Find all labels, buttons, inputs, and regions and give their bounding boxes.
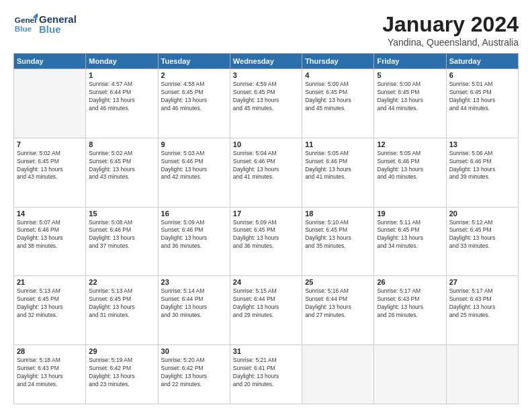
- day-info: Sunrise: 5:04 AMSunset: 6:46 PMDaylight:…: [233, 150, 299, 182]
- week-row-1: 1Sunrise: 4:57 AMSunset: 6:44 PMDaylight…: [14, 69, 519, 138]
- title-block: January 2024 Yandina, Queensland, Austra…: [382, 12, 519, 48]
- week-row-4: 21Sunrise: 5:13 AMSunset: 6:45 PMDayligh…: [14, 276, 519, 345]
- day-cell: 20Sunrise: 5:12 AMSunset: 6:45 PMDayligh…: [446, 207, 518, 276]
- week-row-2: 7Sunrise: 5:02 AMSunset: 6:45 PMDaylight…: [14, 138, 519, 207]
- day-info: Sunrise: 5:17 AMSunset: 6:43 PMDaylight:…: [449, 287, 515, 320]
- day-cell: [446, 345, 518, 404]
- logo-text: General Blue: [39, 14, 77, 34]
- day-number: 25: [305, 278, 371, 286]
- day-cell: 25Sunrise: 5:16 AMSunset: 6:44 PMDayligh…: [302, 276, 374, 345]
- day-cell: 9Sunrise: 5:03 AMSunset: 6:46 PMDaylight…: [158, 138, 230, 207]
- logo-general: General: [39, 14, 77, 24]
- weekday-header-monday: Monday: [86, 54, 158, 69]
- day-cell: 1Sunrise: 4:57 AMSunset: 6:44 PMDaylight…: [86, 69, 158, 138]
- day-cell: 19Sunrise: 5:11 AMSunset: 6:45 PMDayligh…: [374, 207, 446, 276]
- day-cell: 8Sunrise: 5:02 AMSunset: 6:45 PMDaylight…: [86, 138, 158, 207]
- day-number: 3: [233, 71, 299, 79]
- day-info: Sunrise: 5:02 AMSunset: 6:45 PMDaylight:…: [17, 150, 83, 182]
- day-info: Sunrise: 5:13 AMSunset: 6:45 PMDaylight:…: [17, 287, 83, 320]
- day-info: Sunrise: 5:14 AMSunset: 6:44 PMDaylight:…: [161, 287, 227, 320]
- day-info: Sunrise: 5:09 AMSunset: 6:46 PMDaylight:…: [161, 219, 227, 251]
- weekday-header-row: SundayMondayTuesdayWednesdayThursdayFrid…: [14, 54, 519, 69]
- day-cell: 27Sunrise: 5:17 AMSunset: 6:43 PMDayligh…: [446, 276, 518, 345]
- calendar-page: General Blue General Blue January 2024 Y…: [0, 0, 532, 411]
- logo: General Blue General Blue: [13, 12, 77, 36]
- day-number: 4: [305, 71, 371, 79]
- day-cell: 22Sunrise: 5:13 AMSunset: 6:45 PMDayligh…: [86, 276, 158, 345]
- day-cell: [374, 345, 446, 404]
- day-cell: [302, 345, 374, 404]
- day-number: 18: [305, 210, 371, 218]
- day-number: 6: [449, 71, 515, 79]
- day-info: Sunrise: 5:18 AMSunset: 6:43 PMDaylight:…: [17, 357, 83, 389]
- day-cell: 11Sunrise: 5:05 AMSunset: 6:46 PMDayligh…: [302, 138, 374, 207]
- day-info: Sunrise: 4:57 AMSunset: 6:44 PMDaylight:…: [89, 81, 154, 113]
- weekday-header-thursday: Thursday: [302, 54, 374, 69]
- day-cell: [14, 69, 86, 138]
- day-info: Sunrise: 5:00 AMSunset: 6:45 PMDaylight:…: [305, 81, 371, 113]
- day-info: Sunrise: 5:07 AMSunset: 6:46 PMDaylight:…: [17, 219, 83, 251]
- day-number: 12: [377, 140, 443, 148]
- day-cell: 18Sunrise: 5:10 AMSunset: 6:45 PMDayligh…: [302, 207, 374, 276]
- day-info: Sunrise: 5:20 AMSunset: 6:42 PMDaylight:…: [161, 357, 227, 389]
- day-info: Sunrise: 4:59 AMSunset: 6:45 PMDaylight:…: [233, 81, 299, 113]
- day-cell: 31Sunrise: 5:21 AMSunset: 6:41 PMDayligh…: [230, 345, 302, 404]
- day-number: 8: [89, 140, 154, 148]
- day-number: 22: [89, 278, 154, 286]
- day-number: 28: [17, 347, 83, 355]
- day-number: 20: [449, 210, 515, 218]
- day-info: Sunrise: 5:19 AMSunset: 6:42 PMDaylight:…: [89, 357, 154, 389]
- day-cell: 24Sunrise: 5:15 AMSunset: 6:44 PMDayligh…: [230, 276, 302, 345]
- month-title: January 2024: [382, 12, 519, 37]
- header: General Blue General Blue January 2024 Y…: [13, 12, 519, 48]
- day-number: 7: [17, 140, 83, 148]
- day-cell: 2Sunrise: 4:58 AMSunset: 6:45 PMDaylight…: [158, 69, 230, 138]
- day-info: Sunrise: 5:13 AMSunset: 6:45 PMDaylight:…: [89, 287, 154, 320]
- day-cell: 3Sunrise: 4:59 AMSunset: 6:45 PMDaylight…: [230, 69, 302, 138]
- day-cell: 5Sunrise: 5:00 AMSunset: 6:45 PMDaylight…: [374, 69, 446, 138]
- day-number: 10: [233, 140, 299, 148]
- day-cell: 14Sunrise: 5:07 AMSunset: 6:46 PMDayligh…: [14, 207, 86, 276]
- week-row-5: 28Sunrise: 5:18 AMSunset: 6:43 PMDayligh…: [14, 345, 519, 404]
- day-info: Sunrise: 5:17 AMSunset: 6:43 PMDaylight:…: [377, 287, 443, 320]
- day-number: 31: [233, 347, 299, 355]
- weekday-header-wednesday: Wednesday: [230, 54, 302, 69]
- day-number: 14: [17, 210, 83, 218]
- weekday-header-saturday: Saturday: [446, 54, 518, 69]
- day-info: Sunrise: 5:15 AMSunset: 6:44 PMDaylight:…: [233, 287, 299, 320]
- day-cell: 4Sunrise: 5:00 AMSunset: 6:45 PMDaylight…: [302, 69, 374, 138]
- day-info: Sunrise: 5:12 AMSunset: 6:45 PMDaylight:…: [449, 219, 515, 251]
- day-number: 29: [89, 347, 154, 355]
- day-number: 16: [161, 210, 227, 218]
- day-info: Sunrise: 5:10 AMSunset: 6:45 PMDaylight:…: [305, 219, 371, 251]
- day-cell: 12Sunrise: 5:05 AMSunset: 6:46 PMDayligh…: [374, 138, 446, 207]
- day-number: 5: [377, 71, 443, 79]
- day-info: Sunrise: 5:02 AMSunset: 6:45 PMDaylight:…: [89, 150, 154, 182]
- day-cell: 17Sunrise: 5:09 AMSunset: 6:45 PMDayligh…: [230, 207, 302, 276]
- day-cell: 28Sunrise: 5:18 AMSunset: 6:43 PMDayligh…: [14, 345, 86, 404]
- day-number: 15: [89, 210, 154, 218]
- day-number: 2: [161, 71, 227, 79]
- day-info: Sunrise: 5:09 AMSunset: 6:45 PMDaylight:…: [233, 219, 299, 251]
- day-number: 30: [161, 347, 227, 355]
- day-info: Sunrise: 5:11 AMSunset: 6:45 PMDaylight:…: [377, 219, 443, 251]
- day-number: 19: [377, 210, 443, 218]
- day-info: Sunrise: 5:05 AMSunset: 6:46 PMDaylight:…: [377, 150, 443, 182]
- day-number: 9: [161, 140, 227, 148]
- day-cell: 7Sunrise: 5:02 AMSunset: 6:45 PMDaylight…: [14, 138, 86, 207]
- location: Yandina, Queensland, Australia: [382, 37, 519, 48]
- day-cell: 23Sunrise: 5:14 AMSunset: 6:44 PMDayligh…: [158, 276, 230, 345]
- day-number: 17: [233, 210, 299, 218]
- day-info: Sunrise: 5:21 AMSunset: 6:41 PMDaylight:…: [233, 357, 299, 389]
- week-row-3: 14Sunrise: 5:07 AMSunset: 6:46 PMDayligh…: [14, 207, 519, 276]
- day-number: 24: [233, 278, 299, 286]
- day-number: 1: [89, 71, 154, 79]
- logo-blue: Blue: [39, 24, 77, 34]
- calendar-table: SundayMondayTuesdayWednesdayThursdayFrid…: [13, 53, 519, 404]
- day-number: 13: [449, 140, 515, 148]
- weekday-header-tuesday: Tuesday: [158, 54, 230, 69]
- day-number: 23: [161, 278, 227, 286]
- day-cell: 16Sunrise: 5:09 AMSunset: 6:46 PMDayligh…: [158, 207, 230, 276]
- day-info: Sunrise: 5:16 AMSunset: 6:44 PMDaylight:…: [305, 287, 371, 320]
- day-cell: 10Sunrise: 5:04 AMSunset: 6:46 PMDayligh…: [230, 138, 302, 207]
